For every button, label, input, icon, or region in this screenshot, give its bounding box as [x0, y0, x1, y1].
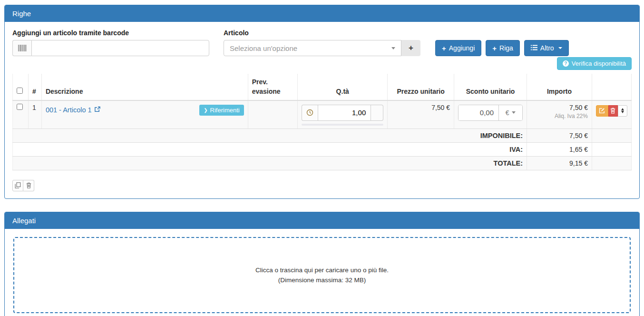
iva-value: 1,65 € [527, 142, 592, 156]
row-importo: 7,50 € [531, 104, 588, 111]
altro-dropdown-button[interactable]: Altro [524, 40, 569, 56]
barcode-label: Aggiungi un articolo tramite barcode [12, 29, 209, 37]
verifica-disponibilita-button[interactable]: ? Verifica disponibilità [557, 57, 632, 70]
header-actions [592, 74, 631, 100]
row-action-buttons: + Aggiungi + Riga Altro [435, 40, 569, 56]
article-link[interactable]: 001 - Articolo 1 [46, 106, 100, 114]
row-importo-cell: 7,50 € Aliq. Iva 22% [527, 100, 592, 129]
iva-label: IVA: [13, 142, 527, 156]
barcode-icon [12, 40, 31, 56]
header-prev-evasione: Prev. evasione [248, 74, 298, 100]
row-select-checkbox[interactable] [17, 104, 23, 110]
header-importo: Importo [527, 74, 592, 100]
sort-up-icon [621, 108, 624, 110]
caret-down-icon [558, 47, 562, 49]
articolo-select-group: Seleziona un'opzione + [224, 40, 420, 56]
row-sconto-cell: € [454, 100, 527, 129]
dropzone-text-line2: (Dimensione massima: 32 MB) [278, 276, 366, 284]
bulk-action-toolbar [12, 180, 632, 191]
copy-icon [15, 182, 21, 188]
articolo-select[interactable]: Seleziona un'opzione [224, 40, 401, 56]
row-descrizione-cell: 001 - Articolo 1 ❯ Riferimenti [41, 100, 248, 129]
euro-sign: € [506, 109, 509, 117]
barcode-group: Aggiungi un articolo tramite barcode [12, 29, 209, 56]
row-prezzo-unitario: 7,50 € [388, 100, 454, 129]
row-qta-cell [298, 100, 388, 129]
verifica-row: ? Verifica disponibilità [12, 57, 632, 70]
riga-button-label: Riga [499, 44, 513, 52]
riferimenti-badge-label: Riferimenti [210, 107, 240, 114]
sort-down-icon [621, 111, 624, 113]
add-article-form-row: Aggiungi un articolo tramite barcode Art… [12, 29, 632, 56]
add-article-button[interactable]: + [401, 40, 420, 56]
totale-label: TOTALE: [13, 156, 527, 170]
aggiungi-button[interactable]: + Aggiungi [435, 40, 481, 56]
table-row: 1 001 - Articolo 1 ❯ Riferimen [13, 100, 632, 129]
plus-icon: + [492, 44, 497, 52]
allegati-panel-title: Allegati [5, 212, 639, 229]
table-header-row: # Descrizione Prev. evasione Q.tà Prezzo… [13, 74, 632, 100]
select-all-header [13, 74, 29, 100]
chevron-right-icon: ❯ [204, 108, 207, 113]
delete-row-button[interactable] [608, 105, 618, 117]
trash-icon [26, 182, 31, 188]
riferimenti-badge[interactable]: ❯ Riferimenti [199, 105, 244, 116]
external-link-icon [94, 106, 100, 114]
righe-panel: Righe Aggiungi un articolo tramite barco… [4, 5, 640, 199]
righe-table: # Descrizione Prev. evasione Q.tà Prezzo… [12, 74, 632, 170]
qta-progress-bar [302, 124, 383, 126]
articolo-select-placeholder: Seleziona un'opzione [230, 44, 297, 52]
sconto-input[interactable] [459, 105, 498, 120]
delete-rows-button[interactable] [23, 180, 34, 191]
file-dropzone[interactable]: Clicca o trascina qui per caricare uno o… [13, 237, 631, 313]
totale-value: 9,15 € [527, 156, 592, 170]
summary-empty-cell [592, 128, 631, 142]
summary-row-imponibile: IMPONIBILE: 7,50 € [13, 128, 632, 142]
plus-icon: + [442, 44, 446, 52]
header-num: # [28, 74, 41, 100]
duplicate-rows-button[interactable] [12, 180, 23, 191]
summary-empty-cell [592, 156, 631, 170]
chevron-down-icon [391, 47, 395, 49]
article-link-label: 001 - Articolo 1 [46, 106, 92, 114]
summary-row-totale: TOTALE: 9,15 € [13, 156, 632, 170]
sort-row-handle[interactable] [618, 105, 627, 117]
altro-button-label: Altro [540, 44, 554, 52]
select-all-checkbox[interactable] [17, 88, 23, 94]
row-prev-evasione-cell [248, 100, 298, 129]
clock-icon [302, 105, 318, 121]
header-sconto-unitario: Sconto unitario [454, 74, 527, 100]
row-number: 1 [28, 100, 41, 129]
riga-button[interactable]: + Riga [486, 40, 520, 56]
list-icon [531, 44, 537, 52]
qta-input[interactable] [318, 105, 371, 121]
row-select-cell [13, 100, 29, 129]
righe-panel-body: Aggiungi un articolo tramite barcode Art… [5, 22, 639, 198]
sconto-unit-dropdown[interactable]: € [498, 105, 522, 120]
barcode-input-group [12, 40, 209, 56]
header-qta: Q.tà [298, 74, 388, 100]
dropzone-text-line1: Clicca o trascina qui per caricare uno o… [255, 267, 389, 274]
header-prezzo-unitario: Prezzo unitario [388, 74, 454, 100]
allegati-panel-body: Clicca o trascina qui per caricare uno o… [5, 229, 639, 316]
edit-row-button[interactable] [596, 105, 608, 117]
qta-addon [371, 105, 383, 121]
verifica-button-label: Verifica disponibilità [572, 60, 626, 67]
row-aliquota: Aliq. Iva 22% [531, 113, 588, 119]
row-actions-cell [592, 100, 631, 129]
articolo-label: Articolo [224, 29, 420, 37]
question-circle-icon: ? [563, 60, 569, 67]
imponibile-label: IMPONIBILE: [13, 128, 527, 142]
articolo-group: Articolo Seleziona un'opzione + [224, 29, 420, 56]
righe-panel-title: Righe [5, 5, 639, 22]
aggiungi-button-label: Aggiungi [449, 44, 475, 52]
trash-icon [610, 108, 615, 114]
pencil-square-icon [599, 108, 605, 114]
chevron-down-icon [512, 111, 516, 114]
allegati-panel: Allegati Clicca o trascina qui per caric… [4, 212, 640, 316]
barcode-input[interactable] [31, 40, 209, 56]
summary-row-iva: IVA: 1,65 € [13, 142, 632, 156]
imponibile-value: 7,50 € [527, 128, 592, 142]
header-descrizione: Descrizione [41, 74, 248, 100]
summary-empty-cell [592, 142, 631, 156]
